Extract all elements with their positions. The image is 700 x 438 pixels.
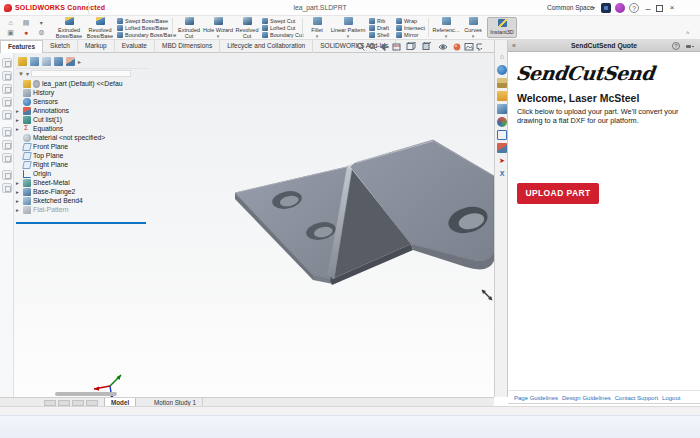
tab-nav-button[interactable]: [86, 400, 98, 406]
quick-access-toolbar[interactable]: ⌂ ▤ ▾ ▣ ● ⚙: [3, 18, 49, 38]
displaymanager-tab-icon[interactable]: [66, 57, 75, 66]
boundary-cut-button[interactable]: Boundary Cut: [262, 32, 304, 39]
user-avatar[interactable]: [615, 3, 625, 13]
tree-item-sheet-metal[interactable]: ▸Sheet-Metal: [16, 178, 148, 187]
configurationmanager-tab-icon[interactable]: [42, 57, 51, 66]
tree-item-equations[interactable]: ▸Equations: [16, 124, 148, 133]
splitter-handle[interactable]: [55, 392, 117, 396]
lifecycle-status-icon[interactable]: ●: [18, 28, 33, 38]
restore-button[interactable]: [656, 5, 663, 12]
left-toolbar-icon-7[interactable]: [2, 140, 12, 150]
tree-item-cut-list[interactable]: ▸Cut list(1): [16, 115, 148, 124]
3dexperience-tab-icon[interactable]: [497, 65, 507, 75]
left-toolbar-icon-10[interactable]: [2, 183, 12, 193]
swept-boss-base-button[interactable]: Swept Boss/Base: [117, 18, 176, 25]
boundary-boss-base-button[interactable]: Boundary Boss/Base: [117, 32, 176, 39]
chevron-down-icon[interactable]: ▾: [26, 70, 29, 77]
chevron-down-icon[interactable]: ▾: [592, 4, 595, 11]
filter-funnel-icon[interactable]: ▼: [18, 71, 24, 77]
tree-item-top-plane[interactable]: Top Plane: [16, 151, 148, 160]
ribbon-collapse-chevron[interactable]: ^: [686, 30, 689, 37]
expand-arrow-icon[interactable]: ▸: [16, 198, 23, 204]
logout-link[interactable]: Logout: [662, 395, 680, 401]
tree-item-base-flange[interactable]: ▸Base-Flange2: [16, 187, 148, 196]
intersect-button[interactable]: Intersect: [396, 25, 425, 32]
linear-pattern-button[interactable]: Linear Pattern ▾: [330, 17, 366, 38]
gear-icon[interactable]: ⚙: [34, 28, 49, 38]
instant3d-button[interactable]: Instant3D: [487, 17, 517, 38]
lofted-boss-base-button[interactable]: Lofted Boss/Base: [117, 25, 176, 32]
expand-arrow-icon[interactable]: ▸: [16, 117, 23, 123]
document-icon[interactable]: ▤: [18, 18, 33, 28]
left-toolbar-icon-4[interactable]: [2, 97, 12, 107]
tree-item-sensors[interactable]: Sensors: [16, 97, 148, 106]
design-library-tab-icon[interactable]: [497, 78, 507, 88]
tree-item-origin[interactable]: Origin: [16, 169, 148, 178]
chevron-down-icon[interactable]: ▾: [34, 18, 49, 28]
help-button[interactable]: ?: [629, 3, 639, 13]
previous-view-icon[interactable]: [381, 44, 389, 51]
zoom-fit-icon[interactable]: [357, 43, 364, 50]
file-explorer-tab-icon[interactable]: [497, 91, 507, 101]
extruded-boss-base-button[interactable]: Extruded Boss/Base: [54, 17, 84, 39]
left-toolbar-icon-9[interactable]: [2, 170, 12, 180]
revolved-boss-base-button[interactable]: Revolved Boss/Base: [85, 17, 115, 39]
xpress-tab-icon[interactable]: X: [497, 169, 507, 179]
expand-arrow-icon[interactable]: ▸: [16, 126, 23, 132]
tab-nav-button[interactable]: [44, 400, 56, 406]
tree-item-part[interactable]: lea_part (Default) <<Defau: [16, 79, 148, 88]
left-toolbar-icon-8[interactable]: [2, 153, 12, 163]
close-button[interactable]: ×: [668, 3, 676, 12]
left-toolbar-icon-1[interactable]: [2, 58, 12, 68]
tree-item-history[interactable]: History: [16, 88, 148, 97]
featuremanager-tab-icon[interactable]: [18, 57, 27, 66]
expand-arrow-icon[interactable]: ▸: [16, 108, 23, 114]
edit-appearance-icon[interactable]: [454, 44, 461, 51]
tab-evaluate[interactable]: Evaluate: [115, 40, 155, 53]
curves-button[interactable]: Curves ▾: [462, 17, 484, 38]
contact-support-link[interactable]: Contact Support: [615, 395, 658, 401]
chevron-right-icon[interactable]: ▸: [78, 58, 81, 65]
apply-scene-icon[interactable]: [465, 44, 473, 51]
collapse-panel-icon[interactable]: «: [512, 40, 516, 52]
dimxpert-tab-icon[interactable]: [54, 57, 63, 66]
left-toolbar-icon-2[interactable]: [2, 71, 12, 81]
tree-item-right-plane[interactable]: Right Plane: [16, 160, 148, 169]
lofted-cut-button[interactable]: Lofted Cut: [262, 25, 304, 32]
rib-button[interactable]: Rib: [369, 18, 389, 25]
appearances-tab-icon[interactable]: [497, 117, 507, 127]
design-guidelines-link[interactable]: Design Guidelines: [562, 395, 611, 401]
sendcutsend-tab-icon[interactable]: ➤: [497, 156, 507, 166]
view-orientation-icon[interactable]: [407, 42, 415, 50]
home-tab-icon[interactable]: ⌂: [497, 52, 507, 62]
view-palette-tab-icon[interactable]: [497, 104, 507, 114]
zoom-area-icon[interactable]: [369, 43, 376, 50]
wrap-button[interactable]: Wrap: [396, 18, 425, 25]
tab-lifecycle-collaboration[interactable]: Lifecycle and Collaboration: [220, 40, 313, 53]
left-toolbar-icon-3[interactable]: [2, 84, 12, 94]
tree-item-material[interactable]: Material <not specified>: [16, 133, 148, 142]
section-view-icon[interactable]: [393, 44, 400, 50]
shell-button[interactable]: Shell: [369, 32, 389, 39]
extruded-cut-button[interactable]: Extruded Cut: [176, 17, 202, 39]
tree-item-sketched-bend[interactable]: ▸Sketched Bend4: [16, 196, 148, 205]
mirror-button[interactable]: Mirror: [396, 32, 425, 39]
tab-markup[interactable]: Markup: [78, 40, 115, 53]
home-icon[interactable]: ⌂: [3, 18, 18, 28]
tab-features[interactable]: Features: [0, 40, 43, 53]
page-guidelines-link[interactable]: Page Guidelines: [514, 395, 558, 401]
revolved-cut-button[interactable]: Revolved Cut: [234, 17, 260, 39]
fillet-button[interactable]: Fillet ▾: [306, 17, 328, 38]
tree-filter-field[interactable]: [31, 70, 131, 77]
pin-icon[interactable]: [685, 42, 694, 50]
panel-help-icon[interactable]: ?: [672, 42, 680, 50]
tree-item-front-plane[interactable]: Front Plane: [16, 142, 148, 151]
display-style-icon[interactable]: [423, 42, 431, 50]
view-settings-icon[interactable]: [477, 44, 482, 51]
tab-nav-button[interactable]: [72, 400, 84, 406]
upload-part-button[interactable]: UPLOAD PART: [517, 183, 599, 204]
expand-arrow-icon[interactable]: ▸: [16, 180, 23, 186]
common-space-selector[interactable]: Common Space: [547, 4, 594, 11]
draft-button[interactable]: Draft: [369, 25, 389, 32]
save-icon[interactable]: ▣: [3, 28, 18, 38]
